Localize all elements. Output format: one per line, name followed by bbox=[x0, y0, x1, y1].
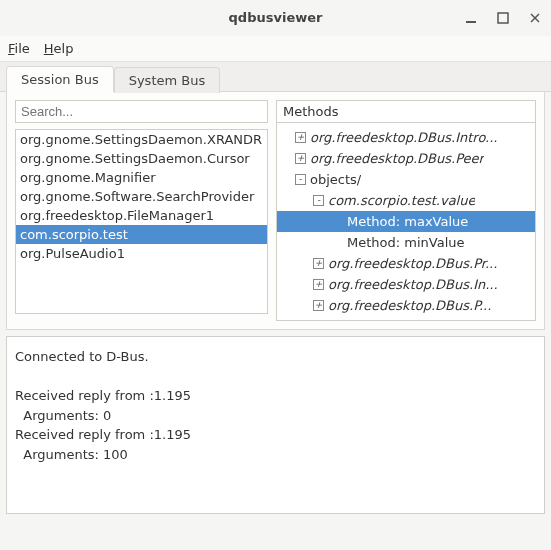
service-list[interactable]: org.gnome.SettingsDaemon.XRANDR org.gnom… bbox=[15, 129, 268, 314]
tree-node[interactable]: -objects/ bbox=[277, 169, 535, 190]
maximize-icon[interactable] bbox=[493, 8, 513, 28]
tree-label: org.freedesktop.DBus.Intro... bbox=[310, 130, 498, 145]
tab-system-bus[interactable]: System Bus bbox=[114, 67, 221, 93]
expand-icon[interactable]: + bbox=[313, 258, 324, 269]
service-item[interactable]: org.gnome.SettingsDaemon.XRANDR bbox=[16, 130, 267, 149]
close-icon[interactable] bbox=[525, 8, 545, 28]
expand-icon[interactable]: + bbox=[295, 132, 306, 143]
tab-session-bus[interactable]: Session Bus bbox=[6, 66, 114, 92]
tab-content: org.gnome.SettingsDaemon.XRANDR org.gnom… bbox=[6, 92, 545, 330]
service-item[interactable]: org.freedesktop.FileManager1 bbox=[16, 206, 267, 225]
tree-node[interactable]: Method: minValue bbox=[277, 232, 535, 253]
tree-node[interactable]: -com.scorpio.test.value bbox=[277, 190, 535, 211]
methods-tree[interactable]: +org.freedesktop.DBus.Intro... +org.free… bbox=[277, 123, 535, 320]
expand-icon[interactable]: + bbox=[313, 300, 324, 311]
tree-label: org.freedesktop.DBus.In... bbox=[328, 277, 498, 292]
window-title: qdbusviewer bbox=[229, 10, 323, 25]
tree-node[interactable]: Method: maxValue bbox=[277, 211, 535, 232]
services-pane: org.gnome.SettingsDaemon.XRANDR org.gnom… bbox=[15, 100, 268, 321]
tree-node[interactable]: +org.freedesktop.DBus.Intro... bbox=[277, 127, 535, 148]
minimize-icon[interactable] bbox=[461, 8, 481, 28]
methods-pane: Methods +org.freedesktop.DBus.Intro... +… bbox=[276, 100, 536, 321]
window-controls bbox=[461, 0, 545, 36]
tree-label: org.freedesktop.DBus.Pr... bbox=[328, 256, 497, 271]
tree-label: Method: minValue bbox=[347, 235, 464, 250]
tree-node[interactable]: +org.freedesktop.DBus.In... bbox=[277, 274, 535, 295]
expand-icon[interactable]: + bbox=[313, 279, 324, 290]
tree-label: com.scorpio.test.value bbox=[328, 193, 475, 208]
service-item[interactable]: org.gnome.Software.SearchProvider bbox=[16, 187, 267, 206]
tree-label: org.freedesktop.DBus.Peer bbox=[310, 151, 484, 166]
tab-bar: Session Bus System Bus bbox=[0, 62, 551, 92]
search-input[interactable] bbox=[15, 100, 268, 123]
log-output[interactable]: Connected to D-Bus. Received reply from … bbox=[6, 336, 545, 514]
tree-node[interactable]: +org.freedesktop.DBus.P... bbox=[277, 295, 535, 316]
svg-rect-0 bbox=[466, 21, 476, 23]
menu-file[interactable]: File bbox=[8, 41, 30, 56]
menubar: File Help bbox=[0, 36, 551, 62]
service-item[interactable]: org.gnome.Magnifier bbox=[16, 168, 267, 187]
methods-header: Methods bbox=[277, 101, 535, 123]
service-item[interactable]: org.PulseAudio1 bbox=[16, 244, 267, 263]
titlebar: qdbusviewer bbox=[0, 0, 551, 36]
tree-label: org.freedesktop.DBus.P... bbox=[328, 298, 491, 313]
service-item[interactable]: com.scorpio.test bbox=[16, 225, 267, 244]
tree-label: objects/ bbox=[310, 172, 361, 187]
service-item[interactable]: org.gnome.SettingsDaemon.Cursor bbox=[16, 149, 267, 168]
svg-rect-1 bbox=[498, 13, 508, 23]
menu-help[interactable]: Help bbox=[44, 41, 74, 56]
collapse-icon[interactable]: - bbox=[295, 174, 306, 185]
collapse-icon[interactable]: - bbox=[313, 195, 324, 206]
upper-panes: org.gnome.SettingsDaemon.XRANDR org.gnom… bbox=[15, 100, 536, 321]
tree-node[interactable]: +org.freedesktop.DBus.Pr... bbox=[277, 253, 535, 274]
tree-label: Method: maxValue bbox=[347, 214, 468, 229]
expand-icon[interactable]: + bbox=[295, 153, 306, 164]
tree-node[interactable]: +org.freedesktop.DBus.Peer bbox=[277, 148, 535, 169]
